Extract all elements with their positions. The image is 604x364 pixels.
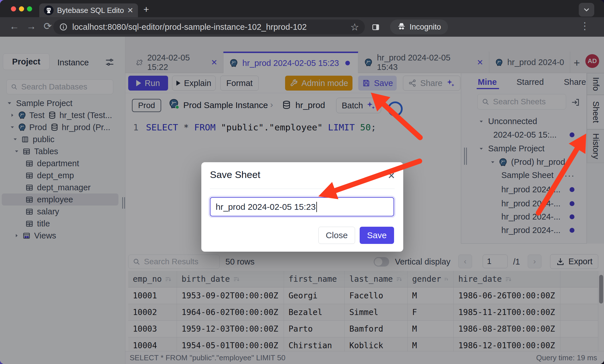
modal-title: Save Sheet	[210, 169, 260, 180]
browser-urlbar: ← → ⟳ localhost:8080/sql-editor/prod-sam…	[0, 17, 604, 37]
incognito-icon	[397, 22, 406, 32]
bytebase-app: Project Instance Sample Project Test hr_…	[0, 37, 604, 364]
browser-chrome: Bytebase SQL Editor ✕ + ← → ⟳ localhost:…	[0, 0, 604, 37]
close-tab-icon[interactable]: ✕	[127, 6, 133, 15]
modal-divider	[210, 189, 395, 189]
minimize-window-button[interactable]	[19, 6, 24, 11]
address-bar[interactable]: localhost:8080/sql-editor/prod-sample-in…	[53, 19, 365, 34]
back-icon[interactable]: ←	[9, 21, 19, 32]
modal-save-button[interactable]: Save	[360, 227, 394, 244]
modal-close-button[interactable]: Close	[318, 227, 355, 244]
reload-icon[interactable]: ⟳	[44, 20, 52, 32]
incognito-label: Incognito	[410, 23, 441, 32]
zoom-window-button[interactable]	[27, 6, 32, 11]
bytebase-favicon-icon	[44, 5, 54, 15]
incognito-badge: Incognito	[390, 19, 448, 34]
text-cursor	[316, 202, 317, 212]
sheet-name-input[interactable]: hr_prod 2024-02-05 15:23	[210, 197, 394, 216]
close-window-button[interactable]	[11, 6, 16, 11]
bookmark-star-icon[interactable]: ☆	[350, 21, 359, 33]
modal-close-icon[interactable]: ✕	[387, 170, 395, 181]
new-browser-tab-button[interactable]: +	[143, 5, 149, 13]
browser-menu-icon[interactable]: ⋮	[580, 20, 590, 32]
browser-window: Bytebase SQL Editor ✕ + ← → ⟳ localhost:…	[0, 0, 604, 364]
browser-tab[interactable]: Bytebase SQL Editor ✕	[39, 3, 138, 17]
browser-tab-title: Bytebase SQL Editor	[57, 6, 124, 15]
browser-tabstrip: Bytebase SQL Editor ✕ +	[0, 0, 604, 17]
side-panel-icon[interactable]	[371, 23, 380, 32]
save-sheet-modal: Save Sheet ✕ hr_prod 2024-02-05 15:23 Cl…	[201, 162, 403, 252]
tab-search-button[interactable]	[579, 3, 594, 17]
forward-icon[interactable]: →	[26, 21, 36, 32]
url-text: localhost:8080/sql-editor/prod-sample-in…	[72, 22, 307, 32]
site-info-icon[interactable]	[59, 23, 68, 31]
